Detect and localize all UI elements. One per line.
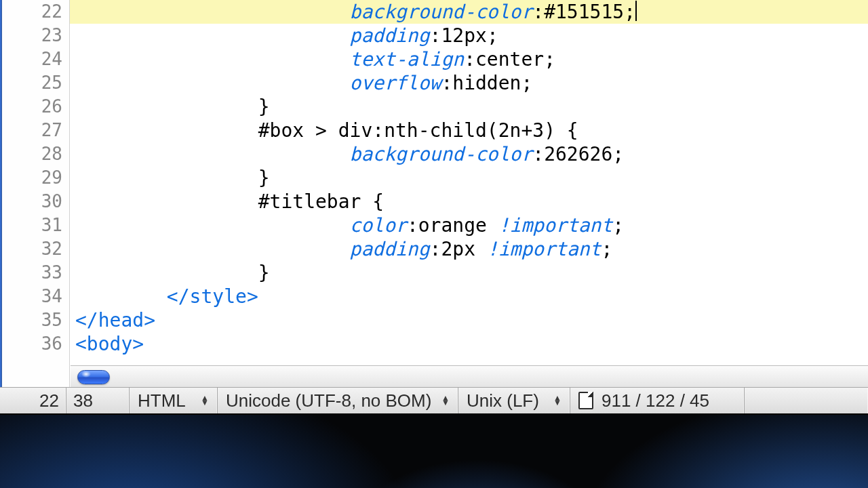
- code-line[interactable]: }: [70, 95, 868, 119]
- status-line-endings-value: Unix (LF): [467, 390, 539, 411]
- editor-body: 222324252627282930313233343536 backgroun…: [0, 0, 868, 414]
- stepper-icon: ▲▼: [441, 396, 450, 405]
- code-line[interactable]: background-color:#151515;: [70, 0, 868, 24]
- line-number: 36: [2, 332, 69, 356]
- line-number: 31: [2, 214, 69, 237]
- status-line-endings-select[interactable]: Unix (LF) ▲▼: [458, 388, 570, 413]
- line-number: 34: [2, 285, 69, 308]
- line-number-gutter[interactable]: 222324252627282930313233343536: [2, 0, 70, 414]
- line-number: 35: [2, 308, 69, 332]
- line-number: 25: [2, 71, 69, 95]
- text-cursor: [635, 1, 637, 21]
- status-encoding-select[interactable]: Unicode (UTF-8, no BOM) ▲▼: [218, 388, 458, 413]
- code-line[interactable]: padding:2px !important;: [70, 237, 868, 261]
- status-bar: 22 38 HTML ▲▼ Unicode (UTF-8, no BOM) ▲▼…: [0, 387, 868, 415]
- line-number: 29: [2, 166, 69, 190]
- stepper-icon: ▲▼: [201, 396, 209, 405]
- line-number: 27: [2, 119, 69, 142]
- code-line[interactable]: }: [70, 166, 868, 190]
- horizontal-scroll-thumb[interactable]: [77, 370, 110, 384]
- code-line[interactable]: }: [70, 261, 868, 285]
- code-line[interactable]: overflow:hidden;: [70, 71, 868, 95]
- status-column-number[interactable]: 38: [66, 388, 130, 413]
- line-number: 22: [2, 0, 69, 24]
- line-number: 28: [2, 142, 69, 166]
- line-number: 30: [2, 190, 69, 214]
- status-file-counts: 911 / 122 / 45: [601, 390, 709, 411]
- status-encoding-value: Unicode (UTF-8, no BOM): [226, 390, 431, 411]
- code-line[interactable]: color:orange !important;: [70, 214, 868, 237]
- code-line[interactable]: background-color:262626;: [70, 142, 868, 166]
- status-line-number-value: 22: [39, 390, 59, 411]
- code-line[interactable]: </head>: [70, 308, 868, 332]
- code-line[interactable]: text-align:center;: [70, 47, 868, 71]
- code-line[interactable]: #box > div:nth-child(2n+3) {: [70, 119, 868, 142]
- line-number: 32: [2, 237, 69, 261]
- status-column-number-value: 38: [73, 390, 93, 411]
- status-language-value: HTML: [138, 390, 186, 411]
- code-line[interactable]: </style>: [70, 285, 868, 308]
- status-file-info[interactable]: 911 / 122 / 45: [570, 388, 745, 413]
- document-icon: [578, 392, 593, 409]
- line-number: 26: [2, 95, 69, 119]
- status-line-number[interactable]: 22: [0, 388, 66, 413]
- line-number: 23: [2, 24, 69, 47]
- code-line[interactable]: padding:12px;: [70, 24, 868, 47]
- code-line[interactable]: <body>: [70, 332, 868, 356]
- status-language-select[interactable]: HTML ▲▼: [130, 388, 218, 413]
- line-number: 33: [2, 261, 69, 285]
- code-area[interactable]: background-color:#151515; padding:12px; …: [70, 0, 868, 414]
- horizontal-scrollbar[interactable]: [71, 365, 868, 388]
- line-number: 24: [2, 47, 69, 71]
- stepper-icon: ▲▼: [553, 396, 561, 405]
- status-bar-spacer: [745, 388, 868, 413]
- editor-window: 222324252627282930313233343536 backgroun…: [0, 0, 868, 414]
- code-line[interactable]: #titlebar {: [70, 190, 868, 214]
